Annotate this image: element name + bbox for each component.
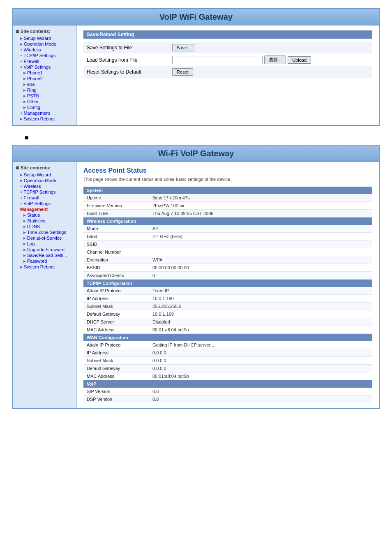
- buildtime-value: Thu Aug 7 10:09:55 CST 2008: [149, 210, 372, 217]
- section1-header: Save/Reload Setting: [83, 30, 372, 39]
- sidebar1-voip[interactable]: VoIP Settings: [15, 64, 74, 70]
- sidebar1-setup-wizard[interactable]: Setup Wizard: [15, 35, 74, 41]
- bssid-label: BSSID: [83, 264, 149, 272]
- sidebar1-phone1[interactable]: Phone1: [15, 70, 74, 76]
- sidebar1-phone2[interactable]: Phone2: [15, 76, 74, 81]
- sidebar2-title: Site contents:: [15, 165, 74, 170]
- lan-attain-row: Attain IP Protocol Fixed IP: [83, 287, 372, 295]
- wan-mac-value: 00:01:a8:04:bd:9b: [149, 372, 372, 380]
- panel1-main: Save/Reload Setting Save Settings to Fil…: [77, 25, 379, 125]
- wan-subnet-value: 0.0.0.0: [149, 357, 372, 365]
- file-path-input[interactable]: [172, 56, 263, 64]
- system-section-header: System: [83, 187, 372, 194]
- wan-gateway-value: 0.0.0.0: [149, 365, 372, 372]
- sidebar2-status[interactable]: Status: [15, 212, 74, 218]
- save-button[interactable]: Save...: [172, 44, 195, 51]
- sidebar1-config[interactable]: Config: [15, 104, 74, 110]
- wan-ip-value: 0.0.0.0: [149, 349, 372, 357]
- associated-clients-label: Associated Clients: [83, 272, 149, 280]
- sidebar1-operation-mode[interactable]: Operation Mode: [15, 41, 74, 47]
- sidebar2-timezone[interactable]: Time Zone Settings: [15, 229, 74, 235]
- panel1-body: Site contents: Setup Wizard Operation Mo…: [13, 25, 379, 125]
- sidebar2-tcpip[interactable]: TCP/IP Settings: [15, 189, 74, 195]
- mode-label: Mode: [83, 225, 149, 233]
- sidebar2-sysreboot[interactable]: System Reboot: [15, 264, 74, 270]
- associated-clients-value: 0: [149, 272, 372, 280]
- sidebar1-pstn[interactable]: PSTN: [15, 93, 74, 99]
- mode-value: AP: [149, 225, 372, 233]
- sidebar2-management[interactable]: Management: [15, 206, 74, 212]
- lan-ip-label: IP Address: [83, 295, 149, 303]
- encryption-value: WPA: [149, 256, 372, 264]
- lan-mac-label: MAC Address: [83, 326, 149, 334]
- settings-table: Save Settings to File Save... Load Setti…: [83, 42, 372, 78]
- save-row: Save Settings to File Save...: [83, 42, 372, 53]
- sidebar1-wireless[interactable]: Wireless: [15, 47, 74, 53]
- panel2-title: Wi-Fi VoIP Gateway: [13, 146, 379, 162]
- sidebar1-management[interactable]: Management: [15, 110, 74, 116]
- sidebar1-other[interactable]: Other: [15, 99, 74, 104]
- panel1: VoIP WiFi Gateway Site contents: Setup W…: [12, 8, 380, 126]
- sidebar2-dos[interactable]: Denial-of-Service: [15, 235, 74, 241]
- sidebar2-wireless[interactable]: Wireless: [15, 183, 74, 189]
- sidebar1-system-reboot[interactable]: System Reboot: [15, 116, 74, 122]
- wan-mac-row: MAC Address 00:01:a8:04:bd:9b: [83, 372, 372, 380]
- ssid-row: SSID: [83, 240, 372, 248]
- wan-attain-label: Attain IP Protocol: [83, 341, 149, 349]
- panel2-main: Access Point Status This page shows the …: [77, 162, 379, 408]
- load-control: 瀏覽... Upload: [169, 53, 372, 66]
- lan-gateway-value: 10.0.1.169: [149, 310, 372, 318]
- lan-subnet-value: 255.255.255.0: [149, 303, 372, 310]
- sidebar2-password[interactable]: Password: [15, 258, 74, 264]
- dsp-version-label: DSP Version: [83, 395, 149, 403]
- channel-value: [149, 248, 372, 256]
- browse-button[interactable]: 瀏覽...: [264, 56, 286, 64]
- buildtime-row: Build Time Thu Aug 7 10:09:55 CST 2008: [83, 210, 372, 217]
- ap-status-title: Access Point Status: [83, 167, 372, 174]
- save-label: Save Settings to File: [83, 42, 169, 53]
- wan-attain-value: Getting IP from DHCP server...: [149, 341, 372, 349]
- dhcp-server-value: Disabled: [149, 318, 372, 326]
- panel2-body: Site contents: Setup Wizard Operation Mo…: [13, 162, 379, 408]
- panel2-sidebar: Site contents: Setup Wizard Operation Mo…: [13, 162, 77, 408]
- ap-description: This page shows the current status and s…: [83, 176, 372, 183]
- wan-gateway-row: Default Gateway 0.0.0.0: [83, 365, 372, 372]
- sidebar1-firewall[interactable]: Firewall: [15, 58, 74, 64]
- lan-gateway-label: Default Gateway: [83, 310, 149, 318]
- sip-version-label: SIP Version: [83, 388, 149, 395]
- firmware-label: Firmware Version: [83, 202, 149, 210]
- sidebar2-savereload[interactable]: Save/Reload Setti...: [15, 252, 74, 258]
- upload-button[interactable]: Upload: [288, 56, 311, 64]
- bssid-value: 00:00:00:00:00:00: [149, 264, 372, 272]
- page-wrapper: VoIP WiFi Gateway Site contents: Setup W…: [0, 0, 392, 426]
- sidebar2-statistics[interactable]: Statistics: [15, 218, 74, 224]
- encryption-row: Encryption WPA: [83, 256, 372, 264]
- reset-row: Reset Settings to Default Reset: [83, 66, 372, 78]
- sidebar2-operation-mode[interactable]: Operation Mode: [15, 178, 74, 183]
- sidebar2-ddns[interactable]: DDNS: [15, 224, 74, 229]
- lan-ip-value: 10.0.1.180: [149, 295, 372, 303]
- channel-label: Channel Number: [83, 248, 149, 256]
- load-label: Load Settings from File: [83, 53, 169, 66]
- sidebar1-tcpip[interactable]: TCP/IP Settings: [15, 53, 74, 58]
- sidebar2-firewall[interactable]: Firewall: [15, 195, 74, 201]
- encryption-label: Encryption: [83, 256, 149, 264]
- associated-clients-row: Associated Clients 0: [83, 272, 372, 280]
- buildtime-label: Build Time: [83, 210, 149, 217]
- load-row: Load Settings from File 瀏覽... Upload: [83, 53, 372, 66]
- ssid-label: SSID: [83, 240, 149, 248]
- sidebar2-setup-wizard[interactable]: Setup Wizard: [15, 172, 74, 178]
- wan-attain-row: Attain IP Protocol Getting IP from DHCP …: [83, 341, 372, 349]
- sidebar2-voip[interactable]: VoIP Settings: [15, 201, 74, 206]
- wireless-section-header: Wireless Configuration: [83, 217, 372, 225]
- panel2: Wi-Fi VoIP Gateway Site contents: Setup …: [12, 145, 380, 409]
- lan-attain-label: Attain IP Protocol: [83, 287, 149, 295]
- sidebar2-upgrade[interactable]: Upgrade Firmware: [15, 247, 74, 252]
- reset-button[interactable]: Reset: [172, 68, 193, 76]
- sidebar1-ana[interactable]: ana: [15, 81, 74, 87]
- dhcp-server-row: DHCP Server Disabled: [83, 318, 372, 326]
- sidebar2-log[interactable]: Log: [15, 241, 74, 247]
- sidebar1-ring[interactable]: Ring: [15, 87, 74, 93]
- wan-mac-label: MAC Address: [83, 372, 149, 380]
- lan-subnet-row: Subnet Mask 255.255.255.0: [83, 303, 372, 310]
